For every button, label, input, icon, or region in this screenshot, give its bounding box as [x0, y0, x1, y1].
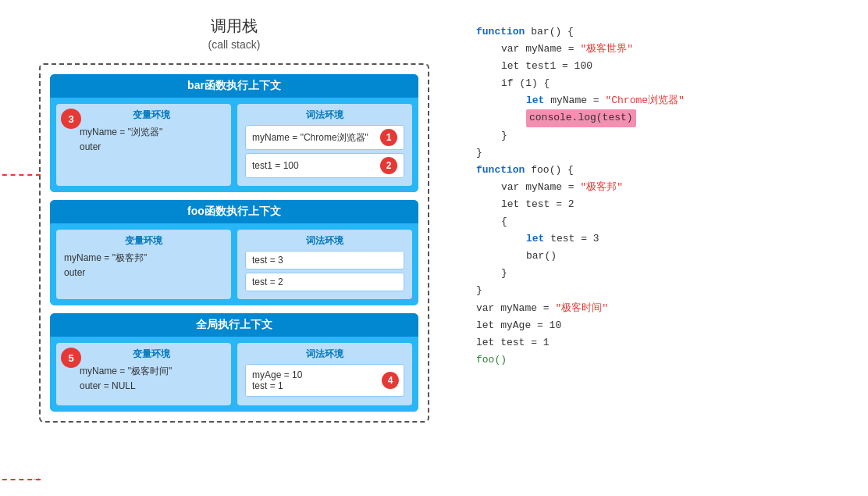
code-line-1: function bar() { — [476, 23, 845, 41]
bar-lexical-env: 词法环境 myName = "Chrome浏览器" 1 test1 = 100 … — [237, 104, 412, 186]
kw-function-1: function — [476, 26, 525, 37]
global-lexical-env: 词法环境 myAge = 10test = 1 4 — [237, 343, 412, 405]
global-lex-label: 词法环境 — [245, 348, 404, 361]
code-line-19: let test = 1 — [476, 334, 845, 351]
title-en: (call stack) — [208, 38, 261, 51]
bar-lex-label: 词法环境 — [245, 109, 404, 122]
code-line-17: var myName = "极客时间" — [476, 300, 845, 317]
code-line-6: console.log(test) — [476, 109, 845, 127]
code-line-16: } — [476, 282, 845, 299]
foo-lex-item-1-text: test = 3 — [252, 255, 283, 266]
foo-lex-label: 词法环境 — [245, 234, 404, 248]
title-zh: 调用栈 — [211, 16, 258, 37]
code-line-14: bar() — [476, 248, 845, 265]
code-line-18: let myAge = 10 — [476, 317, 845, 334]
frame-bar-header: bar函数执行上下文 — [50, 74, 418, 98]
badge-4: 4 — [382, 372, 399, 389]
global-lex-item-1: myAge = 10test = 1 4 — [245, 364, 404, 397]
code-line-13: let test = 3 — [476, 230, 845, 248]
foo-variable-env: 变量环境 myName = "极客邦"outer — [56, 230, 231, 299]
bar-lex-item-2: test1 = 100 2 — [245, 153, 404, 178]
foo-var-content: myName = "极客邦"outer — [64, 251, 223, 280]
call-stack-box: bar函数执行上下文 3 变量环境 myName = "浏览器"outer 词法… — [39, 63, 429, 423]
arrow-left-top — [0, 174, 41, 176]
code-line-2: var myName = "极客世界" — [476, 41, 845, 58]
frame-global: 全局执行上下文 5 变量环境 myName = "极客时间"outer = NU… — [50, 313, 418, 412]
bar-lex-item-1: myName = "Chrome浏览器" 1 — [245, 125, 404, 150]
code-line-4: if (1) { — [476, 75, 845, 92]
main-container: 调用栈 (call stack) bar函数执行上下文 3 变量环境 myNam… — [0, 0, 868, 496]
global-var-label: 变量环境 — [64, 348, 223, 361]
code-line-5: let myName = "Chrome浏览器" — [476, 92, 845, 109]
badge-3: 3 — [61, 109, 81, 129]
code-line-8: } — [476, 145, 845, 162]
badge-5: 5 — [61, 348, 81, 368]
code-line-3: let test1 = 100 — [476, 58, 845, 75]
global-var-content: myName = "极客时间"outer = NULL — [64, 364, 223, 394]
frame-global-body: 5 变量环境 myName = "极客时间"outer = NULL 词法环境 … — [50, 337, 418, 412]
code-line-7: } — [476, 127, 845, 145]
code-line-10: var myName = "极客邦" — [476, 179, 845, 196]
frame-bar-body: 3 变量环境 myName = "浏览器"outer 词法环境 myName =… — [50, 98, 418, 192]
code-line-15: } — [476, 265, 845, 282]
bar-sig: bar() { — [525, 26, 573, 37]
frame-global-header: 全局执行上下文 — [50, 313, 418, 337]
frame-foo: foo函数执行上下文 变量环境 myName = "极客邦"outer 词法环境… — [50, 200, 418, 305]
code-line-12: { — [476, 213, 845, 230]
highlighted-line: console.log(test) — [526, 109, 636, 127]
frame-bar: bar函数执行上下文 3 变量环境 myName = "浏览器"outer 词法… — [50, 74, 418, 192]
badge-1: 1 — [380, 129, 397, 146]
foo-lexical-env: 词法环境 test = 3 test = 2 — [237, 230, 412, 299]
code-line-20: foo() — [476, 351, 845, 369]
arrow-left-bottom — [0, 479, 41, 480]
bar-lex-item-2-text: test1 = 100 — [252, 160, 299, 171]
frame-foo-header: foo函数执行上下文 — [50, 200, 418, 223]
global-variable-env: 5 变量环境 myName = "极客时间"outer = NULL — [56, 343, 231, 405]
left-panel: 调用栈 (call stack) bar函数执行上下文 3 变量环境 myNam… — [8, 16, 461, 480]
foo-lex-item-2: test = 2 — [245, 273, 404, 291]
bar-var-label: 变量环境 — [64, 109, 223, 122]
global-lex-item-1-text: myAge = 10test = 1 — [252, 369, 302, 391]
bar-var-content: myName = "浏览器"outer — [64, 125, 223, 155]
bar-variable-env: 3 变量环境 myName = "浏览器"outer — [56, 104, 231, 186]
badge-2: 2 — [380, 157, 397, 174]
code-line-9: function foo() { — [476, 162, 845, 179]
code-line-11: let test = 2 — [476, 196, 845, 213]
foo-var-label: 变量环境 — [64, 234, 223, 248]
frame-foo-body: 变量环境 myName = "极客邦"outer 词法环境 test = 3 t… — [50, 223, 418, 305]
bar-lex-item-1-text: myName = "Chrome浏览器" — [252, 131, 368, 145]
right-panel: function bar() { var myName = "极客世界" let… — [461, 16, 860, 480]
foo-lex-item-1: test = 3 — [245, 251, 404, 269]
foo-lex-item-2-text: test = 2 — [252, 277, 283, 287]
